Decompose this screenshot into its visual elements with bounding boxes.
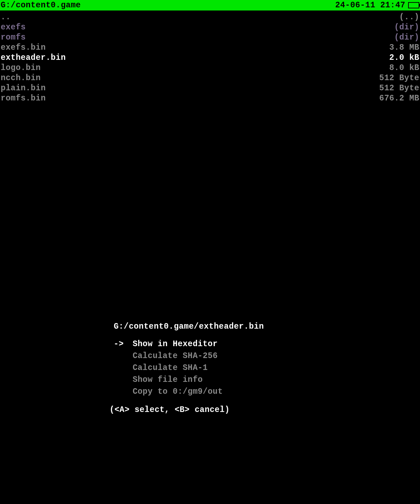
file-name: .. [1,13,11,22]
menu-arrow-icon: -> [114,340,133,349]
file-size: 676.2 MB [379,94,419,103]
clock: 24-06-11 21:47 [335,1,405,10]
file-row[interactable]: romfs(dir) [1,32,419,42]
menu-item[interactable]: Show file info [114,374,420,386]
button-hint: (<A> select, <B> cancel) [110,405,420,414]
file-list: ..(..)exefs(dir)romfs(dir)exefs.bin3.8 M… [0,10,420,103]
file-name: romfs [1,33,26,42]
file-row[interactable]: exefs.bin3.8 MB [1,42,419,52]
file-name: ncch.bin [1,74,41,83]
file-size: (dir) [394,23,419,32]
file-name: exefs.bin [1,43,46,52]
file-size: (dir) [394,33,419,42]
file-name: plain.bin [1,84,46,93]
menu-item[interactable]: Copy to 0:/gm9/out [114,386,420,398]
menu-item[interactable]: ->Show in Hexeditor [114,338,420,350]
current-path: G:/content0.game [1,1,81,10]
file-size: 512 Byte [379,74,419,83]
file-size: 2.0 kB [389,53,419,62]
file-name: romfs.bin [1,94,46,103]
file-size: 512 Byte [379,84,419,93]
file-row[interactable]: logo.bin8.0 kB [1,63,419,73]
menu-item-label: Show file info [133,375,203,384]
file-row[interactable]: extheader.bin2.0 kB [1,52,419,63]
status-bar: G:/content0.game 24-06-11 21:47 [0,0,420,10]
file-size: 8.0 kB [389,63,419,72]
file-row[interactable]: romfs.bin676.2 MB [1,93,419,103]
file-row[interactable]: ncch.bin512 Byte [1,73,419,83]
battery-icon [408,2,419,8]
file-row[interactable]: plain.bin512 Byte [1,83,419,93]
menu-item[interactable]: Calculate SHA-256 [114,350,420,362]
context-menu: G:/content0.game/extheader.bin ->Show in… [0,322,420,414]
file-row[interactable]: exefs(dir) [1,22,419,32]
file-name: extheader.bin [1,53,66,62]
menu-item-label: Calculate SHA-256 [133,351,218,360]
file-size: (..) [399,13,419,22]
file-name: exefs [1,23,26,32]
file-row[interactable]: ..(..) [1,12,419,22]
menu-item-label: Calculate SHA-1 [133,363,208,372]
selected-file-path: G:/content0.game/extheader.bin [114,322,420,331]
menu-item[interactable]: Calculate SHA-1 [114,362,420,374]
menu-item-label: Copy to 0:/gm9/out [133,387,223,396]
file-name: logo.bin [1,63,41,72]
menu-item-label: Show in Hexeditor [133,340,218,349]
file-size: 3.8 MB [389,43,419,52]
